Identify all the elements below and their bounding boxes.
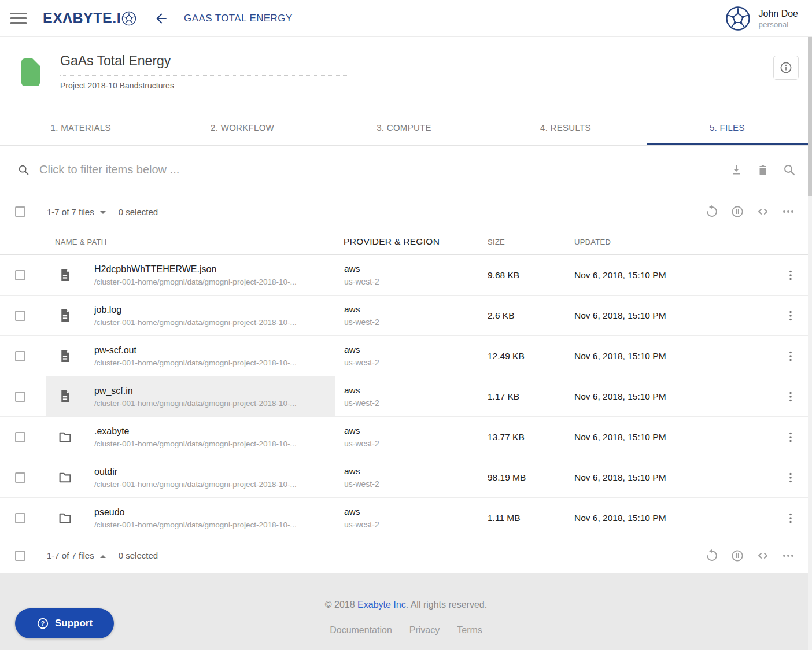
table-row[interactable]: H2dcpbhWhTTEHERWE.json /cluster-001-home… bbox=[0, 255, 808, 296]
search-action-icon[interactable] bbox=[783, 163, 796, 177]
user-menu[interactable]: John Doe personal bbox=[725, 6, 799, 31]
region: us-west-2 bbox=[344, 358, 488, 367]
provider: aws bbox=[344, 466, 488, 477]
download-icon[interactable] bbox=[729, 163, 743, 177]
refresh-icon[interactable] bbox=[705, 549, 719, 563]
file-name[interactable]: outdir bbox=[94, 467, 335, 477]
row-checkbox[interactable] bbox=[15, 392, 25, 402]
file-path: /cluster-001-home/gmogni/data/gmogni-pro… bbox=[94, 318, 335, 327]
avatar bbox=[725, 6, 751, 31]
job-file-icon bbox=[20, 58, 41, 87]
search-icon bbox=[17, 164, 30, 176]
folder-icon bbox=[58, 429, 72, 445]
delete-icon[interactable] bbox=[756, 163, 770, 177]
chevron-down-icon bbox=[100, 211, 106, 214]
footer-link[interactable]: Privacy bbox=[409, 625, 440, 636]
pagination-label[interactable]: 1-7 of 7 files bbox=[47, 207, 106, 217]
file-name[interactable]: job.log bbox=[94, 305, 335, 315]
chevron-up-icon bbox=[100, 555, 106, 558]
page-subtitle: Project 2018-10 Bandstructures bbox=[60, 81, 347, 90]
exabyte-logo[interactable]: EXΛBYTE.I bbox=[43, 10, 136, 27]
pause-icon[interactable] bbox=[730, 205, 744, 219]
tab-label: 4. RESULTS bbox=[540, 123, 591, 132]
provider: aws bbox=[344, 385, 488, 396]
more-icon[interactable] bbox=[781, 549, 795, 563]
file-name[interactable]: .exabyte bbox=[94, 426, 335, 437]
footer-links: DocumentationPrivacyTerms bbox=[0, 625, 812, 636]
table-row[interactable]: pw-scf.out /cluster-001-home/gmogni/data… bbox=[0, 336, 808, 376]
logo-ball-icon bbox=[121, 11, 136, 26]
column-header-provider[interactable]: PROVIDER & REGION bbox=[335, 237, 488, 247]
row-menu-icon[interactable] bbox=[784, 390, 798, 404]
table-row[interactable]: job.log /cluster-001-home/gmogni/data/gm… bbox=[0, 296, 808, 336]
row-checkbox[interactable] bbox=[15, 311, 25, 321]
folder-icon bbox=[58, 510, 72, 526]
select-all-checkbox[interactable] bbox=[15, 206, 25, 217]
select-all-checkbox-bottom[interactable] bbox=[15, 551, 25, 561]
company-link[interactable]: Exabyte Inc bbox=[357, 600, 406, 610]
page-title[interactable]: GaAs Total Energy bbox=[60, 53, 347, 76]
row-menu-icon[interactable] bbox=[784, 471, 798, 485]
support-button[interactable]: ? Support bbox=[15, 608, 114, 638]
region: us-west-2 bbox=[344, 317, 488, 327]
tab[interactable]: 4. RESULTS bbox=[485, 111, 646, 145]
table-row[interactable]: outdir /cluster-001-home/gmogni/data/gmo… bbox=[0, 457, 808, 498]
row-checkbox[interactable] bbox=[15, 270, 25, 280]
file-name[interactable]: H2dcpbhWhTTEHERWE.json bbox=[94, 264, 335, 275]
footer-link[interactable]: Terms bbox=[457, 625, 482, 636]
info-button[interactable] bbox=[773, 56, 799, 80]
pagination-label-bottom[interactable]: 1-7 of 7 files bbox=[47, 551, 106, 560]
info-icon bbox=[779, 61, 793, 75]
scrollbar-thumb[interactable] bbox=[808, 37, 812, 196]
file-name[interactable]: pw_scf.in bbox=[94, 386, 335, 396]
file-path: /cluster-001-home/gmogni/data/gmogni-pro… bbox=[94, 278, 335, 286]
menu-icon[interactable] bbox=[10, 13, 28, 24]
row-menu-icon[interactable] bbox=[784, 430, 798, 444]
pause-icon[interactable] bbox=[730, 549, 744, 563]
row-checkbox[interactable] bbox=[15, 513, 25, 523]
folder-icon bbox=[58, 470, 72, 485]
footer-link[interactable]: Documentation bbox=[330, 625, 392, 636]
refresh-icon[interactable] bbox=[705, 205, 719, 219]
row-menu-icon[interactable] bbox=[784, 309, 798, 323]
file-name[interactable]: pseudo bbox=[94, 507, 335, 518]
file-icon bbox=[58, 308, 72, 323]
tab[interactable]: 1. MATERIALS bbox=[0, 111, 161, 145]
code-icon[interactable] bbox=[756, 205, 770, 219]
row-checkbox[interactable] bbox=[15, 472, 25, 483]
filter-input[interactable] bbox=[39, 163, 729, 176]
column-header-updated[interactable]: UPDATED bbox=[574, 238, 773, 246]
provider: aws bbox=[344, 304, 488, 315]
table-row[interactable]: pseudo /cluster-001-home/gmogni/data/gmo… bbox=[0, 498, 808, 538]
tab[interactable]: 5. FILES bbox=[647, 111, 808, 145]
file-name[interactable]: pw-scf.out bbox=[94, 345, 335, 356]
file-updated: Nov 6, 2018, 15:10 PM bbox=[574, 270, 773, 280]
tab-label: 5. FILES bbox=[710, 123, 745, 132]
back-arrow-icon[interactable] bbox=[154, 11, 169, 26]
more-icon[interactable] bbox=[781, 205, 795, 219]
row-menu-icon[interactable] bbox=[784, 268, 798, 282]
region: us-west-2 bbox=[344, 439, 488, 448]
column-header-name[interactable]: NAME & PATH bbox=[46, 238, 335, 246]
tab[interactable]: 2. WORKFLOW bbox=[161, 111, 323, 145]
file-path: /cluster-001-home/gmogni/data/gmogni-pro… bbox=[94, 359, 335, 367]
tab-label: 2. WORKFLOW bbox=[211, 123, 274, 132]
column-header-size[interactable]: SIZE bbox=[488, 238, 574, 246]
logo-text: EXΛBYTE.I bbox=[43, 10, 121, 27]
row-menu-icon[interactable] bbox=[784, 511, 798, 525]
file-size: 1.17 KB bbox=[488, 392, 574, 402]
row-checkbox[interactable] bbox=[15, 432, 25, 442]
file-size: 98.19 MB bbox=[488, 472, 574, 483]
scrollbar[interactable] bbox=[808, 37, 812, 650]
provider: aws bbox=[344, 426, 488, 436]
region: us-west-2 bbox=[344, 277, 488, 286]
table-row[interactable]: .exabyte /cluster-001-home/gmogni/data/g… bbox=[0, 417, 808, 457]
code-icon[interactable] bbox=[756, 549, 770, 563]
row-checkbox[interactable] bbox=[15, 351, 25, 361]
tab-bar: 1. MATERIALS 2. WORKFLOW 3. COMPUTE 4. R… bbox=[0, 111, 808, 146]
copyright: © 2018 Exabyte Inc. All rights reserved. bbox=[0, 573, 812, 610]
row-menu-icon[interactable] bbox=[784, 349, 798, 363]
table-row[interactable]: pw_scf.in /cluster-001-home/gmogni/data/… bbox=[0, 376, 808, 417]
tab[interactable]: 3. COMPUTE bbox=[323, 111, 485, 145]
file-path: /cluster-001-home/gmogni/data/gmogni-pro… bbox=[94, 440, 335, 448]
